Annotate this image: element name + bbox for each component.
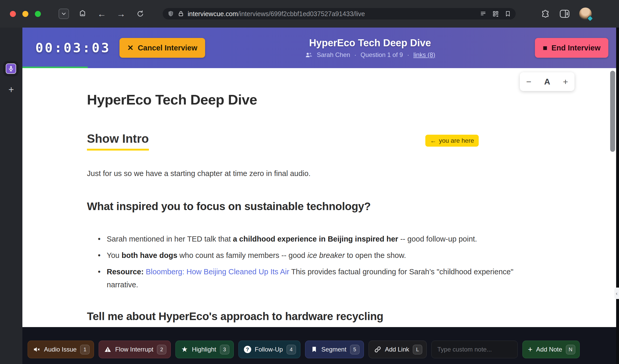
url-text: interviewcue.com/interviews/699f2cbbf1ed… [188, 10, 477, 18]
url-bar[interactable]: interviewcue.com/interviews/699f2cbbf1ed… [163, 8, 516, 20]
extensions-puzzle-icon[interactable] [541, 9, 550, 18]
end-interview-button[interactable]: ■ End Interview [535, 38, 608, 58]
question-1-notes: Sarah mentioned in her TED talk that a c… [98, 232, 551, 291]
home-button[interactable] [77, 8, 88, 20]
follow-up-button[interactable]: ? Follow-Up 4 [238, 341, 300, 358]
reload-button[interactable] [135, 8, 146, 20]
resource-link[interactable]: Bloomberg: How Beijing Cleaned Up Its Ai… [146, 268, 289, 276]
sidebar-toggle-icon[interactable] [559, 9, 570, 18]
hotkey-badge: 4 [287, 345, 296, 354]
show-intro-heading: Show Intro [87, 132, 149, 151]
interview-title: HyperEco Tech Deep Dive [309, 37, 431, 49]
highlight-label: Highlight [192, 346, 216, 353]
mic-app-icon[interactable] [6, 63, 16, 74]
note-bullet: Sarah mentioned in her TED talk that a c… [98, 232, 530, 246]
you-are-here-badge: ← you are here [425, 135, 479, 147]
plus-icon: + [528, 346, 533, 353]
warning-triangle-icon [104, 346, 111, 353]
hotkey-badge: 2 [157, 345, 166, 354]
people-icon [305, 52, 313, 58]
bookmark-icon [311, 346, 318, 353]
zoom-window-button[interactable] [35, 11, 41, 17]
decrease-font-button[interactable]: − [526, 77, 532, 87]
segment-button[interactable]: Segment 5 [305, 341, 364, 358]
segment-label: Segment [321, 346, 346, 353]
avatar-status-badge [587, 15, 593, 22]
note-bullet: Resource: Bloomberg: How Beijing Cleaned… [98, 265, 530, 292]
x-icon: ✕ [127, 43, 134, 52]
question-progress: Question 1 of 9 [361, 51, 403, 58]
new-tab-plus-button[interactable]: + [0, 84, 22, 95]
url-domain: interviewcue.com [188, 10, 238, 17]
you-are-here-label: you are here [439, 137, 474, 144]
font-size-controls: − A + [520, 72, 574, 91]
question-2-heading: Tell me about HyperEco's approach to har… [87, 310, 551, 323]
hotkey-badge: 3 [220, 345, 229, 354]
minimize-window-button[interactable] [22, 11, 28, 17]
flow-interrupt-label: Flow Interrupt [115, 346, 153, 353]
end-interview-label: End Interview [551, 44, 601, 52]
forward-button[interactable]: → [115, 8, 127, 20]
hotkey-badge: L [413, 345, 422, 354]
browser-sidebar: + [0, 28, 22, 364]
back-button[interactable]: ← [96, 8, 108, 20]
url-path: /interviews/699f2cbbf1ed037527a91433/liv… [238, 10, 365, 17]
bookmark-icon[interactable] [505, 10, 511, 17]
hotkey-badge: 5 [350, 345, 359, 354]
cancel-interview-label: Cancel Interview [138, 44, 197, 52]
link-icon [374, 346, 381, 353]
arrow-left-icon: ← [430, 137, 436, 144]
lock-icon [178, 11, 184, 17]
star-icon: ★ [181, 346, 188, 353]
increase-font-button[interactable]: + [563, 77, 568, 87]
stop-square-icon: ■ [543, 44, 547, 52]
audio-issue-button[interactable]: Audio Issue 1 [28, 341, 94, 358]
hotkey-badge: N [566, 345, 575, 354]
tab-dropdown-button[interactable] [59, 9, 69, 19]
browser-chrome: ← → interviewcue.com/interviews/699f2cbb… [0, 0, 619, 28]
add-note-button[interactable]: + Add Note N [522, 341, 580, 358]
browser-window: ← → interviewcue.com/interviews/699f2cbb… [0, 0, 619, 364]
interview-timer: 00:03:03 [35, 40, 111, 55]
intro-paragraph: Just for us so we have a starting chapte… [87, 169, 551, 178]
annotation-toolbar: Audio Issue 1 Flow Interrupt 2 ★ Highlig… [22, 327, 619, 364]
document-title: HyperEco Tech Deep Dive [87, 92, 551, 108]
separator-dot: · [407, 51, 409, 58]
window-edge-strip [616, 28, 619, 364]
interview-header: 00:03:03 ✕ Cancel Interview HyperEco Tec… [22, 28, 616, 68]
script-document: − A + HyperEco Tech Deep Dive Show Intro… [22, 68, 616, 327]
highlight-button[interactable]: ★ Highlight 3 [175, 341, 233, 358]
guest-name: Sarah Chen [317, 51, 350, 58]
follow-up-label: Follow-Up [255, 346, 283, 353]
shield-icon[interactable] [167, 10, 174, 17]
page-scrollbar-thumb[interactable] [610, 71, 615, 152]
note-bullet: You both have dogs who count as family m… [98, 249, 530, 262]
profile-avatar[interactable] [579, 8, 592, 20]
separator-dot: · [354, 51, 356, 58]
reader-mode-icon[interactable] [480, 10, 487, 17]
custom-note-input[interactable] [431, 341, 518, 358]
cancel-interview-button[interactable]: ✕ Cancel Interview [119, 38, 205, 58]
window-controls [10, 11, 41, 17]
add-link-label: Add Link [385, 346, 409, 353]
panel-expand-handle[interactable]: ‹ [614, 288, 619, 299]
links-link[interactable]: links (8) [413, 51, 435, 58]
flow-interrupt-button[interactable]: Flow Interrupt 2 [99, 341, 171, 358]
question-circle-icon: ? [244, 346, 251, 353]
qr-code-icon[interactable] [492, 10, 499, 17]
audio-issue-label: Audio Issue [44, 346, 77, 353]
font-size-letter[interactable]: A [544, 77, 550, 87]
interview-subtitle: Sarah Chen · Question 1 of 9 · links (8) [305, 51, 435, 58]
muted-speaker-icon [33, 346, 40, 353]
question-1-heading: What inspired you to focus on sustainabl… [87, 200, 551, 213]
hotkey-badge: 1 [80, 345, 90, 354]
add-note-label: Add Note [536, 346, 562, 353]
add-link-button[interactable]: Add Link L [369, 341, 427, 358]
close-window-button[interactable] [10, 11, 16, 17]
